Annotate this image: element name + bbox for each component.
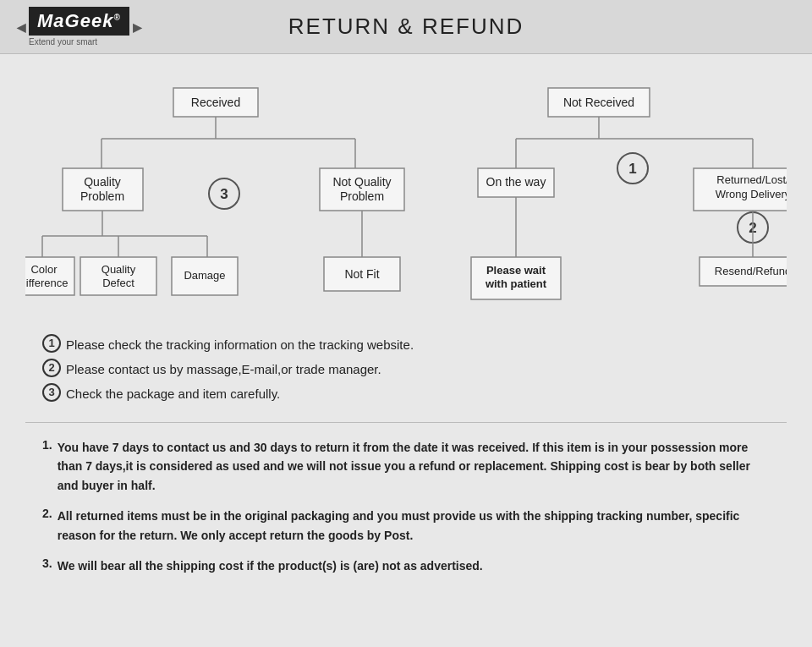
logo-brand: MaGeek® <box>29 7 129 36</box>
inst-num-1: 1 <box>42 334 61 353</box>
svg-text:Defect: Defect <box>102 277 134 289</box>
divider <box>25 422 787 423</box>
inst-num-3: 3 <box>42 383 61 402</box>
instruction-item-1: 1 Please check the tracking information … <box>42 333 778 356</box>
term-text-2: All returned items must be in the origin… <box>58 507 770 545</box>
header: ◂ MaGeek® Extend your smart ▸ RETURN & R… <box>0 0 812 54</box>
svg-text:Not  Received: Not Received <box>563 96 634 109</box>
flowchart-svg: Received 3 Quality Problem Not Quality P… <box>25 71 787 316</box>
svg-text:Resend/Refund: Resend/Refund <box>715 265 787 277</box>
term-item-3: 3. We will bear all the shipping cost if… <box>42 557 770 575</box>
svg-text:Not Quality: Not Quality <box>332 175 391 189</box>
term-num-1: 1. <box>42 438 52 452</box>
term-item-2: 2. All returned items must be in the ori… <box>42 507 770 545</box>
svg-text:Quality: Quality <box>102 263 136 276</box>
svg-text:Problem: Problem <box>80 189 124 203</box>
svg-text:1: 1 <box>628 161 636 177</box>
main-content: Received 3 Quality Problem Not Quality P… <box>0 54 812 612</box>
arrow-left-icon: ◂ <box>17 17 25 37</box>
inst-num-2: 2 <box>42 359 61 377</box>
svg-text:On the way: On the way <box>486 175 546 189</box>
page-title: RETURN & REFUND <box>203 14 609 40</box>
term-num-2: 2. <box>42 507 52 520</box>
arrow-right-icon: ▸ <box>133 17 141 37</box>
svg-text:Received: Received <box>191 96 240 109</box>
term-num-3: 3. <box>42 557 52 570</box>
svg-text:Quality: Quality <box>84 175 121 189</box>
svg-text:Please wait: Please wait <box>486 264 546 277</box>
svg-text:difference: difference <box>25 277 68 289</box>
svg-text:Problem: Problem <box>340 189 384 203</box>
term-text-3: We will bear all the shipping cost if th… <box>58 557 483 575</box>
svg-text:Damage: Damage <box>184 269 225 282</box>
term-text-1: You have 7 days to contact us and 30 day… <box>58 438 770 495</box>
logo-area: ◂ MaGeek® Extend your smart ▸ <box>17 7 203 47</box>
instruction-item-3: 3 Check the package and item carefully. <box>42 382 778 405</box>
svg-text:Color: Color <box>30 263 58 276</box>
inst-text-3: Check the package and item carefully. <box>66 382 280 405</box>
svg-text:Returned/Lost/: Returned/Lost/ <box>716 173 787 186</box>
svg-text:with patient: with patient <box>485 277 547 290</box>
terms-section: 1. You have 7 days to contact us and 30 … <box>25 430 787 595</box>
logo-tagline: Extend your smart <box>29 37 97 47</box>
term-item-1: 1. You have 7 days to contact us and 30 … <box>42 438 770 495</box>
flowchart-area: Received 3 Quality Problem Not Quality P… <box>25 71 787 316</box>
svg-text:Not Fit: Not Fit <box>344 267 379 281</box>
inst-text-2: Please contact us by massage,E-mail,or t… <box>66 358 381 381</box>
svg-text:Wrong Delivery: Wrong Delivery <box>716 188 787 200</box>
instruction-item-2: 2 Please contact us by massage,E-mail,or… <box>42 358 778 381</box>
inst-text-1: Please check the tracking information on… <box>66 333 414 356</box>
svg-text:3: 3 <box>220 186 228 202</box>
instructions-section: 1 Please check the tracking information … <box>25 325 787 415</box>
